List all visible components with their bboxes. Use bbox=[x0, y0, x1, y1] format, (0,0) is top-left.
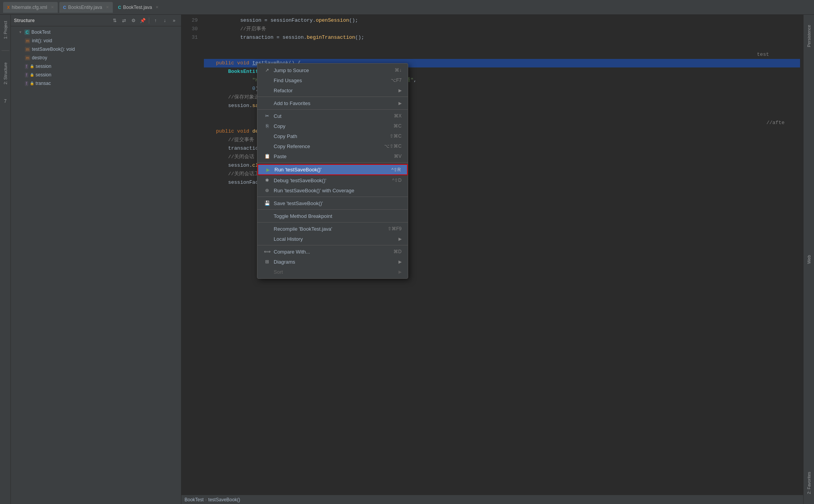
menu-label-compare: Compare With... bbox=[274, 249, 310, 255]
sidebar-icon-7[interactable]: 7 bbox=[4, 98, 7, 104]
run-coverage-icon: ⊛ bbox=[264, 188, 271, 193]
method-icon-destroy: m bbox=[25, 55, 30, 60]
menu-label-paste: Paste bbox=[274, 154, 286, 159]
java-blue-icon: C bbox=[63, 5, 66, 10]
menu-item-copy[interactable]: ⎘ Copy ⌘C bbox=[257, 121, 408, 131]
sidebar-item-project[interactable]: 1: Project bbox=[3, 19, 8, 41]
tree-item-init[interactable]: m init(): void bbox=[11, 36, 181, 45]
toolbar-down-btn[interactable]: ↓ bbox=[161, 17, 169, 24]
tree-item-transac[interactable]: f 🔒 transac bbox=[11, 79, 181, 88]
breadcrumb-bar: BookTest › testSaveBook() bbox=[181, 495, 803, 504]
tree-item-booktest[interactable]: ▼ C BookTest bbox=[11, 28, 181, 36]
menu-shortcut-copy-path: ⇧⌘C bbox=[390, 133, 402, 139]
class-icon: C bbox=[24, 29, 30, 35]
toolbar-sort-btn[interactable]: ⇅ bbox=[111, 17, 119, 24]
jump-icon: ↗ bbox=[264, 67, 271, 73]
toolbar-gear-btn[interactable]: ⚙ bbox=[129, 17, 137, 24]
menu-item-run[interactable]: ▶ Run 'testSaveBook()' ^⇧R bbox=[257, 164, 408, 175]
title-bar: X hibernate.cfg.xml ✕ C BooksEntity.java… bbox=[0, 0, 814, 15]
code-line-29: session = sessionFactory.openSession(); bbox=[204, 16, 800, 25]
menu-item-find-usages[interactable]: Find Usages ⌥F7 bbox=[257, 75, 408, 85]
tree-label-session1: session bbox=[36, 64, 52, 69]
menu-label-copy-reference: Copy Reference bbox=[274, 143, 310, 149]
field-icon-session1: f bbox=[25, 64, 28, 69]
menu-item-jump-to-source[interactable]: ↗ Jump to Source ⌘↓ bbox=[257, 65, 408, 75]
tree-label-transac: transac bbox=[36, 81, 51, 86]
menu-shortcut-copy-ref: ⌥⇧⌘C bbox=[384, 143, 402, 149]
tab-booktest-close[interactable]: ✕ bbox=[155, 5, 159, 9]
menu-item-compare[interactable]: ⟺ Compare With... ⌘D bbox=[257, 247, 408, 257]
menu-label-cut: Cut bbox=[274, 113, 281, 119]
ide-shell: X hibernate.cfg.xml ✕ C BooksEntity.java… bbox=[0, 0, 814, 504]
tree-label-init: init(): void bbox=[32, 38, 52, 43]
menu-item-sort: Sort ▶ bbox=[257, 267, 408, 277]
menu-item-toggle-breakpoint[interactable]: Toggle Method Breakpoint bbox=[257, 211, 408, 221]
scissors-icon: ✂ bbox=[264, 113, 271, 119]
tab-booktest[interactable]: C BookTest.java ✕ bbox=[114, 2, 163, 13]
menu-label-save: Save 'testSaveBook()' bbox=[274, 200, 323, 206]
context-menu: ↗ Jump to Source ⌘↓ Find Usages ⌥F7 Refa… bbox=[257, 63, 408, 279]
menu-sep-1 bbox=[257, 97, 408, 97]
breadcrumb-method[interactable]: testSaveBook() bbox=[208, 497, 240, 502]
tab-xml-label: hibernate.cfg.xml bbox=[12, 5, 47, 10]
structure-header: Structure ⇅ ⇄ ⚙ 📌 ↑ ↓ » bbox=[11, 15, 181, 26]
menu-shortcut-copy: ⌘C bbox=[393, 123, 402, 129]
menu-sep-7 bbox=[257, 245, 408, 245]
menu-label-refactor: Refactor bbox=[274, 88, 293, 93]
menu-item-run-coverage[interactable]: ⊛ Run 'testSaveBook()' with Coverage bbox=[257, 185, 408, 195]
code-editor[interactable]: 29 30 31 bbox=[181, 15, 803, 504]
tab-xml[interactable]: X hibernate.cfg.xml ✕ bbox=[3, 2, 58, 13]
field-icon-transac: f bbox=[25, 81, 28, 86]
menu-item-debug[interactable]: ✱ Debug 'testSaveBook()' ^⇧D bbox=[257, 175, 408, 185]
sidebar-item-structure[interactable]: 2: Structure bbox=[3, 60, 8, 87]
menu-item-add-favorites[interactable]: Add to Favorites ▶ bbox=[257, 98, 408, 108]
menu-item-local-history[interactable]: Local History ▶ bbox=[257, 234, 408, 244]
toolbar-pin-btn[interactable]: 📌 bbox=[139, 17, 147, 24]
toolbar-sort2-btn[interactable]: ⇄ bbox=[120, 17, 128, 24]
code-line-30: //开启事务 bbox=[204, 25, 800, 33]
toolbar-expand-btn[interactable]: » bbox=[170, 17, 178, 24]
tree-item-destroy[interactable]: m destroy bbox=[11, 54, 181, 62]
tab-books-close[interactable]: ✕ bbox=[106, 5, 109, 9]
menu-label-debug: Debug 'testSaveBook()' bbox=[274, 178, 326, 183]
menu-label-run-coverage: Run 'testSaveBook()' with Coverage bbox=[274, 188, 354, 193]
java-cyan-icon: C bbox=[118, 5, 121, 10]
sidebar-item-web[interactable]: Web bbox=[807, 253, 811, 266]
history-submenu-arrow: ▶ bbox=[398, 236, 402, 242]
run-icon: ▶ bbox=[264, 167, 271, 173]
menu-sep-6 bbox=[257, 222, 408, 223]
menu-item-copy-reference[interactable]: Copy Reference ⌥⇧⌘C bbox=[257, 141, 408, 151]
menu-item-refactor[interactable]: Refactor ▶ bbox=[257, 85, 408, 95]
tree-item-session2[interactable]: f 🔒 session bbox=[11, 71, 181, 79]
breadcrumb-class[interactable]: BookTest bbox=[185, 497, 204, 502]
paste-icon: 📋 bbox=[264, 154, 271, 159]
tab-xml-close[interactable]: ✕ bbox=[51, 5, 54, 9]
menu-item-recompile[interactable]: Recompile 'BookTest.java' ⇧⌘F9 bbox=[257, 224, 408, 234]
menu-label-copy-path: Copy Path bbox=[274, 133, 297, 139]
tab-books[interactable]: C BooksEntity.java ✕ bbox=[59, 2, 113, 13]
xml-icon: X bbox=[7, 5, 10, 10]
code-line-blank1 bbox=[204, 42, 800, 50]
tree-item-testsavebook[interactable]: m testSaveBook(): void bbox=[11, 45, 181, 54]
right-sidebar-strip: Persistence Web 2: Favorites bbox=[803, 15, 814, 504]
menu-item-cut[interactable]: ✂ Cut ⌘X bbox=[257, 111, 408, 121]
menu-item-copy-path[interactable]: Copy Path ⇧⌘C bbox=[257, 131, 408, 141]
tab-booktest-label: BookTest.java bbox=[123, 5, 152, 10]
menu-item-paste[interactable]: 📋 Paste ⌘V bbox=[257, 151, 408, 161]
structure-toolbar: ⇅ ⇄ ⚙ 📌 ↑ ↓ » bbox=[111, 17, 178, 24]
toolbar-up-btn[interactable]: ↑ bbox=[152, 17, 159, 24]
tree-label-testsave: testSaveBook(): void bbox=[32, 47, 75, 52]
structure-title: Structure bbox=[14, 18, 34, 23]
refactor-submenu-arrow: ▶ bbox=[398, 88, 402, 93]
sidebar-item-persistence[interactable]: Persistence bbox=[807, 22, 811, 49]
tree-item-session1[interactable]: f 🔒 session bbox=[11, 62, 181, 71]
field-icon-session2: f bbox=[25, 72, 28, 78]
menu-shortcut-paste: ⌘V bbox=[394, 154, 402, 159]
save-icon: 💾 bbox=[264, 200, 271, 206]
menu-sep-4 bbox=[257, 197, 408, 197]
favorites-submenu-arrow: ▶ bbox=[398, 101, 402, 106]
sidebar-item-favorites[interactable]: 2: Favorites bbox=[807, 469, 811, 496]
menu-label-sort: Sort bbox=[274, 269, 283, 275]
menu-item-save[interactable]: 💾 Save 'testSaveBook()' bbox=[257, 198, 408, 208]
menu-item-diagrams[interactable]: ⊞ Diagrams ▶ bbox=[257, 257, 408, 267]
